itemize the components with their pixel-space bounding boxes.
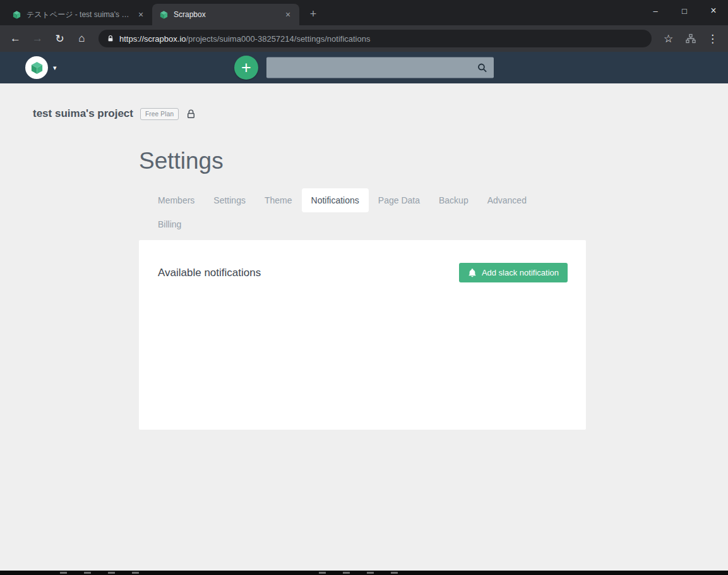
tab-close-icon[interactable]: × [136, 9, 146, 20]
taskbar-icon-sliver [132, 572, 139, 574]
taskbar-edge [0, 571, 728, 575]
notifications-panel: Available notifications Add slack notifi… [139, 240, 586, 430]
scrapbox-favicon-icon [11, 9, 21, 20]
taskbar-icon-sliver [391, 572, 398, 574]
chevron-down-icon[interactable]: ▾ [53, 64, 57, 72]
plan-badge: Free Plan [140, 108, 179, 120]
taskbar-icon-sliver [343, 572, 350, 574]
search-box [266, 58, 494, 78]
tab-title: テストページ - test suima's project [27, 9, 131, 20]
taskbar-icon-sliver [108, 572, 115, 574]
secure-lock-icon [107, 35, 114, 42]
url-host: https://scrapbox.io [119, 34, 186, 44]
bookmark-star-icon[interactable]: ☆ [658, 28, 679, 49]
close-window-button[interactable]: × [699, 0, 728, 21]
tab-settings[interactable]: Settings [204, 188, 255, 212]
sitemap-icon[interactable] [680, 28, 701, 49]
browser-window: テストページ - test suima's project × Scrapbox… [0, 0, 728, 575]
panel-header: Available notifications Add slack notifi… [158, 263, 568, 282]
bell-icon [468, 269, 477, 277]
search-icon[interactable] [477, 63, 487, 73]
settings-tab-bar: Members Settings Theme Notifications Pag… [139, 188, 578, 236]
taskbar-icon-sliver [84, 572, 91, 574]
url-text: https://scrapbox.io/projects/suima000-38… [119, 34, 370, 44]
minimize-button[interactable]: – [641, 0, 670, 21]
tab-advanced[interactable]: Advanced [478, 188, 536, 212]
taskbar-icon-sliver [60, 572, 67, 574]
address-bar[interactable]: https://scrapbox.io/projects/suima000-38… [98, 30, 652, 47]
settings-section: Settings Members Settings Theme Notifica… [139, 148, 587, 430]
project-header-row: test suima's project Free Plan [0, 83, 728, 120]
browser-tab-active[interactable]: Scrapbox × [152, 4, 299, 25]
browser-menu-icon[interactable]: ⋮ [702, 28, 723, 49]
page-title: Settings [139, 148, 587, 174]
tab-close-icon[interactable]: × [283, 9, 293, 20]
add-button-label: Add slack notification [482, 268, 559, 277]
tab-notifications[interactable]: Notifications [302, 188, 369, 212]
maximize-button[interactable]: □ [670, 0, 699, 21]
tab-page-data[interactable]: Page Data [369, 188, 429, 212]
browser-toolbar: ← → ↻ ⌂ https://scrapbox.io/projects/sui… [0, 25, 728, 52]
new-tab-button[interactable]: + [304, 5, 322, 23]
forward-icon[interactable]: → [27, 28, 48, 49]
taskbar-icon-sliver [319, 572, 326, 574]
home-icon[interactable]: ⌂ [71, 28, 92, 49]
page-content: test suima's project Free Plan Settings … [0, 83, 728, 571]
reload-icon[interactable]: ↻ [49, 28, 70, 49]
tab-backup[interactable]: Backup [429, 188, 478, 212]
scrapbox-logo-icon[interactable] [25, 56, 48, 79]
taskbar-icon-sliver [367, 572, 374, 574]
new-page-button[interactable]: + [234, 56, 258, 80]
panel-title: Available notifications [158, 267, 261, 279]
window-controls: – □ × [641, 0, 728, 21]
scrapbox-favicon-icon [158, 9, 169, 20]
tab-billing[interactable]: Billing [148, 212, 191, 236]
back-icon[interactable]: ← [5, 28, 26, 49]
private-lock-icon [186, 109, 196, 119]
tab-title: Scrapbox [174, 10, 278, 19]
project-title: test suima's project [33, 107, 133, 120]
scrapbox-header: ▾ + [0, 52, 728, 83]
tab-members[interactable]: Members [148, 188, 204, 212]
browser-tab-inactive[interactable]: テストページ - test suima's project × [5, 4, 152, 25]
add-slack-notification-button[interactable]: Add slack notification [459, 263, 568, 282]
url-path: /projects/suima000-38257214/settings/not… [186, 34, 371, 44]
tab-theme[interactable]: Theme [255, 188, 302, 212]
search-input[interactable] [273, 63, 477, 73]
browser-tabstrip: テストページ - test suima's project × Scrapbox… [0, 0, 728, 25]
